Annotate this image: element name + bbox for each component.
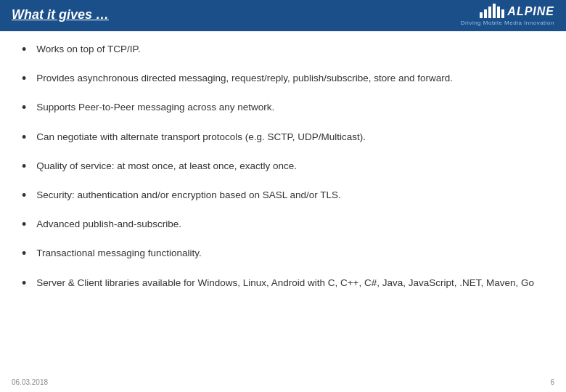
- footer-date: 06.03.2018: [12, 378, 48, 386]
- list-item: •Advanced publish-and-subscribe.: [22, 218, 544, 234]
- logo-text: ALPINE: [507, 5, 554, 18]
- main-content: •Works on top of TCP/IP.•Provides asynch…: [0, 31, 566, 317]
- bullet-dot-icon: •: [22, 128, 26, 147]
- footer: 06.03.2018 6: [0, 378, 566, 386]
- list-item: •Security: authentication and/or encrypt…: [22, 189, 544, 205]
- bullet-text: Security: authentication and/or encrypti…: [36, 189, 341, 203]
- bullet-text: Provides asynchronous directed messaging…: [36, 72, 453, 86]
- bullet-dot-icon: •: [22, 274, 26, 293]
- bullet-dot-icon: •: [22, 216, 26, 234]
- bullet-dot-icon: •: [22, 41, 26, 59]
- list-item: •Provides asynchronous directed messagin…: [22, 72, 544, 88]
- bullet-text: Quality of service: at most once, at lea…: [36, 160, 297, 173]
- bullet-dot-icon: •: [22, 245, 26, 263]
- list-item: •Works on top of TCP/IP.: [22, 43, 544, 59]
- bullet-dot-icon: •: [22, 99, 26, 117]
- footer-page: 6: [550, 378, 554, 386]
- bullet-dot-icon: •: [22, 187, 26, 205]
- bullet-text: Server & Client libraries available for …: [36, 277, 534, 290]
- list-item: •Supports Peer-to-Peer messaging across …: [22, 101, 544, 117]
- bullet-text: Transactional messaging functionality.: [36, 247, 201, 261]
- list-item: •Server & Client libraries available for…: [22, 277, 544, 293]
- bullet-list: •Works on top of TCP/IP.•Provides asynch…: [22, 43, 544, 293]
- bullet-text: Can negotiate with alternate transport p…: [36, 131, 366, 144]
- bullet-text: Supports Peer-to-Peer messaging across a…: [36, 101, 274, 115]
- header: What it gives … ALPINE Driving Mobile Me…: [0, 0, 566, 29]
- logo-stripes-icon: [480, 4, 504, 18]
- logo-area: ALPINE Driving Mobile Media Innovation: [461, 4, 554, 26]
- bullet-text: Advanced publish-and-subscribe.: [36, 218, 181, 232]
- bullet-dot-icon: •: [22, 158, 26, 176]
- page-title: What it gives …: [12, 7, 109, 23]
- logo-slogan: Driving Mobile Media Innovation: [461, 20, 554, 26]
- list-item: •Can negotiate with alternate transport …: [22, 131, 544, 147]
- list-item: •Transactional messaging functionality.: [22, 247, 544, 263]
- bullet-text: Works on top of TCP/IP.: [36, 43, 140, 57]
- list-item: •Quality of service: at most once, at le…: [22, 160, 544, 176]
- bullet-dot-icon: •: [22, 70, 26, 88]
